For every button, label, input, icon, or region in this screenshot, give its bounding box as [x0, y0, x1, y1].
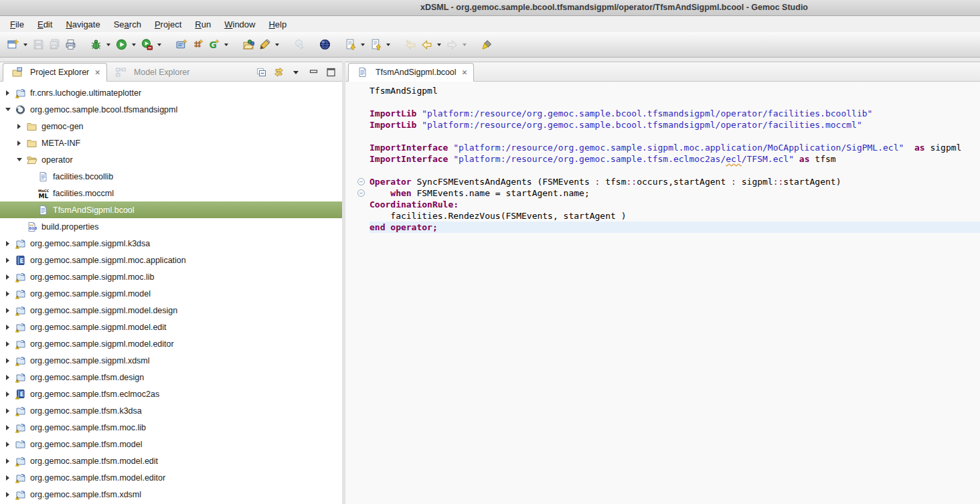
- menu-edit[interactable]: Edit: [31, 17, 59, 31]
- new-graphiti-diagram-dropdown[interactable]: [222, 35, 231, 54]
- tree-item[interactable]: operator: [0, 151, 342, 168]
- tree-collapsed-arrow-icon[interactable]: [3, 241, 13, 246]
- menu-run[interactable]: Run: [188, 17, 218, 31]
- debug-dropdown[interactable]: [104, 35, 113, 54]
- import-objects-button[interactable]: [240, 35, 256, 54]
- tree-collapsed-arrow-icon[interactable]: [3, 408, 13, 414]
- menu-search[interactable]: Search: [107, 17, 148, 31]
- tree-collapsed-arrow-icon[interactable]: [3, 341, 13, 347]
- menu-help[interactable]: Help: [262, 17, 293, 31]
- tree-item[interactable]: org.gemoc.sample.sigpml.model.editor: [0, 335, 342, 352]
- tree-collapsed-arrow-icon[interactable]: [3, 492, 13, 497]
- project-warn-icon: [15, 355, 26, 366]
- tree-item[interactable]: org.gemoc.sample.tfsm.design: [0, 369, 342, 386]
- tree-collapsed-arrow-icon[interactable]: [3, 258, 13, 263]
- tree-collapsed-arrow-icon[interactable]: [3, 358, 13, 363]
- previous-annotation-dropdown[interactable]: [384, 35, 393, 54]
- tree-item[interactable]: org.gemoc.sample.tfsm.model.editor: [0, 469, 342, 486]
- print-button[interactable]: [62, 35, 78, 54]
- tree-collapsed-arrow-icon[interactable]: [3, 274, 13, 280]
- tree-item[interactable]: org.gemoc.sample.sigpml.model: [0, 285, 342, 302]
- tree-item[interactable]: org.gemoc.sample.tfsm.model: [0, 436, 342, 452]
- previous-annotation-button[interactable]: [368, 35, 384, 54]
- collapse-all-button[interactable]: [256, 67, 266, 78]
- run-button[interactable]: [113, 35, 129, 54]
- tree-item[interactable]: META-INF: [0, 135, 342, 151]
- tree-item-label: operator: [42, 155, 73, 165]
- new-graphiti-diagram-button[interactable]: [206, 35, 222, 54]
- pointer-tool-button: [291, 35, 307, 54]
- tree-collapsed-arrow-icon[interactable]: [3, 325, 13, 330]
- link-with-editor-button[interactable]: [273, 67, 284, 78]
- tree-item[interactable]: org.gemoc.sample.sigpml.moc.application: [0, 252, 342, 268]
- next-annotation-dropdown[interactable]: [358, 35, 368, 54]
- tree-collapsed-arrow-icon[interactable]: [14, 124, 24, 129]
- tree-item[interactable]: org.gemoc.sample.tfsm.xdsml: [0, 486, 342, 503]
- minimize-button[interactable]: [308, 67, 319, 78]
- new-wizard-button[interactable]: [5, 35, 21, 54]
- menu-navigate[interactable]: Navigate: [59, 17, 106, 31]
- next-annotation-button[interactable]: [342, 35, 358, 54]
- tree-collapsed-arrow-icon[interactable]: [3, 425, 13, 430]
- tree-collapsed-arrow-icon[interactable]: [3, 308, 13, 313]
- toggle-highlight-button[interactable]: [479, 35, 495, 54]
- menu-file[interactable]: File: [3, 17, 31, 31]
- menu-project[interactable]: Project: [148, 17, 188, 31]
- back-history-button[interactable]: [418, 35, 434, 54]
- run-dropdown[interactable]: [129, 35, 139, 54]
- tree-item[interactable]: org.gemoc.sample.tfsm.eclmoc2as: [0, 386, 342, 402]
- tree-expanded-arrow-icon[interactable]: [14, 158, 24, 161]
- tree-item[interactable]: TfsmAndSigpml.bcool: [0, 201, 342, 218]
- tree-item[interactable]: org.gemoc.sample.sigpml.model.design: [0, 302, 342, 319]
- run-external-tools-dropdown[interactable]: [155, 35, 164, 54]
- tab-model-explorer[interactable]: Model Explorer: [107, 64, 195, 81]
- tree-item[interactable]: gemoc-gen: [0, 118, 342, 135]
- fold-region-gutter: [345, 187, 370, 199]
- editor-gutter: [345, 210, 370, 222]
- collapse-fold-icon[interactable]: [357, 178, 365, 185]
- tree-item[interactable]: org.gemoc.sample.sigpml.model.edit: [0, 319, 342, 335]
- pen-annotate-dropdown[interactable]: [272, 35, 282, 54]
- close-icon[interactable]: ✕: [94, 68, 100, 76]
- tree-collapsed-arrow-icon[interactable]: [3, 475, 13, 481]
- tree-collapsed-arrow-icon[interactable]: [14, 141, 24, 146]
- tree-collapsed-arrow-icon[interactable]: [3, 442, 13, 447]
- tree-collapsed-arrow-icon[interactable]: [3, 392, 13, 397]
- view-menu-button[interactable]: [291, 67, 301, 78]
- new-language-project-button[interactable]: [173, 35, 189, 54]
- tree-item-label: org.gemoc.sample.tfsm.design: [30, 373, 144, 382]
- tree-item[interactable]: org.gemoc.sample.sigpml.k3dsa: [0, 235, 342, 252]
- collapse-fold-icon[interactable]: [357, 189, 365, 197]
- file-icon: [37, 171, 49, 182]
- tree-collapsed-arrow-icon[interactable]: [3, 375, 13, 380]
- new-table-project-button[interactable]: [189, 35, 206, 54]
- back-history-dropdown[interactable]: [434, 35, 444, 54]
- tree-item[interactable]: org.gemoc.sample.tfsm.k3dsa: [0, 402, 342, 419]
- tree-expanded-arrow-icon[interactable]: [3, 108, 13, 111]
- new-wizard-dropdown[interactable]: [21, 35, 30, 54]
- tree-item[interactable]: org.gemoc.sample.bcool.tfsmandsigpml: [0, 101, 342, 118]
- tree-item[interactable]: org.gemoc.sample.tfsm.moc.lib: [0, 419, 342, 436]
- run-external-tools-button[interactable]: [139, 35, 155, 54]
- tree-collapsed-arrow-icon[interactable]: [3, 458, 13, 464]
- open-web-browser-button[interactable]: [317, 35, 333, 54]
- maximize-button[interactable]: [325, 67, 336, 78]
- code-area[interactable]: TfsmAndSigpmlImportLib "platform:/resour…: [345, 82, 980, 233]
- tree-item[interactable]: facilities.bcoollib: [0, 168, 342, 185]
- tab-editor-tfsmandsigpml[interactable]: TfsmAndSigpml.bcool ✕: [348, 63, 474, 82]
- close-icon[interactable]: ✕: [462, 68, 468, 76]
- menu-window[interactable]: Window: [218, 17, 262, 31]
- tree-item[interactable]: build.properties: [0, 218, 342, 235]
- tree-item[interactable]: org.gemoc.sample.sigpml.moc.lib: [0, 268, 342, 285]
- tree-item[interactable]: facilities.moccml: [0, 185, 342, 201]
- tree-collapsed-arrow-icon[interactable]: [3, 291, 13, 297]
- tree-item[interactable]: org.gemoc.sample.sigpml.xdsml: [0, 352, 342, 369]
- debug-button[interactable]: [88, 35, 104, 54]
- tree-item[interactable]: org.gemoc.sample.tfsm.model.edit: [0, 452, 342, 469]
- pen-annotate-button[interactable]: [256, 35, 272, 54]
- chevron-down-icon: [437, 44, 441, 46]
- tree-item[interactable]: fr.cnrs.luchogie.ultimateplotter: [0, 84, 342, 101]
- tab-project-explorer[interactable]: Project Explorer ✕: [3, 63, 107, 82]
- debug-icon: [90, 39, 102, 50]
- tree-collapsed-arrow-icon[interactable]: [3, 90, 13, 96]
